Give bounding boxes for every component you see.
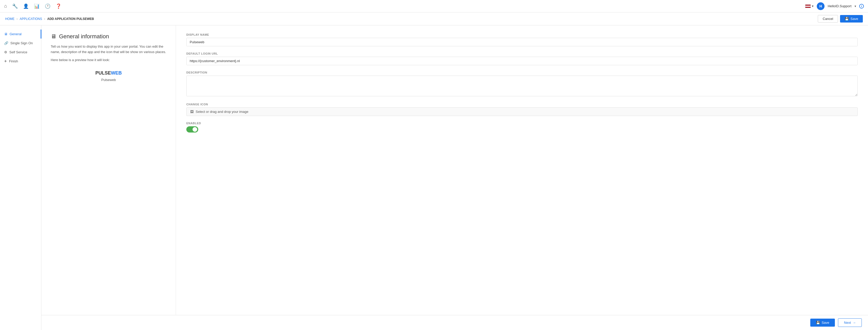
- image-icon: 🖼: [190, 110, 193, 114]
- app-preview: PULSEWEB Pulseweb: [51, 65, 166, 87]
- sidebar-item-general[interactable]: 🖥 General: [0, 30, 41, 38]
- save-button-bottom[interactable]: 💾 Save: [810, 319, 835, 327]
- enabled-toggle[interactable]: [186, 126, 198, 132]
- clock-icon[interactable]: 🕐: [45, 3, 51, 9]
- icon-upload-label: Select or drag and drop your image: [196, 110, 248, 114]
- plane-icon: ✈: [4, 59, 7, 63]
- content-area: 🖥 General information Tell us how you wa…: [41, 25, 868, 330]
- sidebar-item-finish[interactable]: ✈ Finish: [0, 57, 41, 66]
- link-icon: 🔗: [4, 41, 8, 45]
- login-url-label: DEFAULT LOGIN URL: [186, 52, 858, 55]
- help-icon[interactable]: ❓: [56, 3, 61, 9]
- display-name-group: DISPLAY NAME: [186, 33, 858, 46]
- breadcrumb: HOME › APPLICATIONS › ADD APPLICATION PU…: [0, 12, 868, 25]
- chart-icon[interactable]: 📊: [34, 3, 40, 9]
- content-inner: 🖥 General information Tell us how you wa…: [41, 25, 868, 330]
- logo-text-2: WEB: [111, 70, 122, 76]
- avatar: H: [817, 2, 825, 10]
- breadcrumb-current: ADD APPLICATION PULSEWEB: [47, 17, 94, 21]
- user-icon[interactable]: 👤: [23, 3, 29, 9]
- save-button-top[interactable]: 💾 Save: [840, 15, 863, 23]
- change-icon-label: CHANGE ICON: [186, 103, 858, 106]
- toggle-slider: [186, 126, 198, 132]
- enabled-toggle-wrap: [186, 126, 858, 132]
- breadcrumb-sep-1: ›: [17, 17, 18, 21]
- enabled-group: ENABLED: [186, 122, 858, 132]
- monitor-icon: 🖥: [4, 32, 7, 36]
- section-title: 🖥 General information: [51, 33, 166, 40]
- flag-icon: [805, 4, 811, 8]
- sidebar-item-selfservice[interactable]: ⚙ Self Service: [0, 48, 41, 57]
- section-icon: 🖥: [51, 33, 56, 40]
- display-name-input[interactable]: [186, 38, 858, 46]
- display-name-label: DISPLAY NAME: [186, 33, 858, 36]
- breadcrumb-path: HOME › APPLICATIONS › ADD APPLICATION PU…: [5, 17, 94, 21]
- wrench-icon[interactable]: 🔧: [12, 3, 18, 9]
- top-nav: ⌂ 🔧 👤 📊 🕐 ❓ ▾ H HelloID.Support ▾ i: [0, 0, 868, 12]
- icon-upload-button[interactable]: 🖼 Select or drag and drop your image: [186, 108, 858, 116]
- top-nav-left: ⌂ 🔧 👤 📊 🕐 ❓: [4, 3, 61, 9]
- top-nav-right: ▾ H HelloID.Support ▾ i: [805, 2, 864, 10]
- sidebar-item-label-selfservice: Self Service: [9, 50, 27, 54]
- left-panel: 🖥 General information Tell us how you wa…: [41, 25, 176, 330]
- sidebar-item-label-sso: Single Sign On: [10, 41, 33, 45]
- change-icon-group: CHANGE ICON 🖼 Select or drag and drop yo…: [186, 103, 858, 116]
- login-url-input[interactable]: [186, 57, 858, 65]
- home-icon[interactable]: ⌂: [4, 3, 7, 9]
- next-button[interactable]: Next →: [838, 318, 862, 327]
- login-url-group: DEFAULT LOGIN URL: [186, 52, 858, 65]
- user-menu-chevron[interactable]: ▾: [855, 4, 856, 8]
- save-icon-bottom: 💾: [816, 321, 820, 325]
- enabled-label: ENABLED: [186, 122, 858, 125]
- save-icon: 💾: [845, 17, 849, 21]
- description-input[interactable]: [186, 76, 858, 96]
- description-group: DESCRIPTION: [186, 71, 858, 97]
- main-layout: 🖥 General 🔗 Single Sign On ⚙ Self Servic…: [0, 25, 868, 330]
- breadcrumb-actions: Cancel 💾 Save: [818, 15, 863, 23]
- user-name: HelloID.Support: [828, 4, 851, 8]
- app-logo: PULSEWEB: [95, 70, 122, 76]
- right-panel: DISPLAY NAME DEFAULT LOGIN URL DESCRIPTI…: [176, 25, 868, 330]
- sidebar: 🖥 General 🔗 Single Sign On ⚙ Self Servic…: [0, 25, 41, 330]
- sidebar-item-label-finish: Finish: [9, 59, 18, 63]
- chevron-down-icon: ▾: [812, 4, 814, 8]
- description-label: DESCRIPTION: [186, 71, 858, 74]
- breadcrumb-applications[interactable]: APPLICATIONS: [20, 17, 42, 21]
- logo-text-1: PULSE: [95, 70, 111, 76]
- sidebar-item-label-general: General: [9, 32, 22, 36]
- app-preview-name: Pulseweb: [101, 78, 116, 82]
- preview-label: Here below is a preview how it will look…: [51, 57, 166, 63]
- breadcrumb-home[interactable]: HOME: [5, 17, 14, 21]
- gear-icon: ⚙: [4, 50, 7, 54]
- language-selector[interactable]: ▾: [805, 4, 814, 8]
- description-text: Tell us how you want to display this app…: [51, 44, 166, 55]
- bottom-bar: 💾 Save Next →: [41, 315, 868, 330]
- sidebar-item-sso[interactable]: 🔗 Single Sign On: [0, 38, 41, 48]
- next-arrow-icon: →: [852, 321, 856, 325]
- cancel-button[interactable]: Cancel: [818, 15, 838, 23]
- breadcrumb-sep-2: ›: [44, 17, 45, 21]
- info-icon[interactable]: i: [859, 4, 864, 8]
